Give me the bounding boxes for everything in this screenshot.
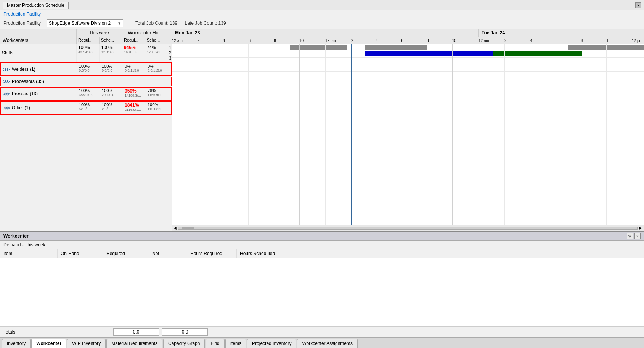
time-2-tue: 2 xyxy=(504,38,507,43)
close-button[interactable]: × xyxy=(635,2,641,8)
welders-extra xyxy=(169,63,172,75)
total-job-count: 139 xyxy=(170,21,177,26)
bottom-controls: ▽ × xyxy=(627,233,641,239)
main-content: This week Workcenter Ho... Workcenters R… xyxy=(0,29,644,348)
gantt-date-header: Mon Jan 23 Tue Jan 24 xyxy=(172,29,644,37)
tab-find[interactable]: Find xyxy=(206,339,224,348)
bar-green-1 xyxy=(493,51,582,56)
processors-expand-icon[interactable]: ⋙ xyxy=(3,79,10,84)
processors-label: Processors (35) xyxy=(12,79,44,84)
totals-hours-sched: 0.0 xyxy=(162,328,208,336)
col-required: Required xyxy=(103,249,149,258)
scroll-left-icon[interactable]: ◀ xyxy=(172,226,178,230)
presses-expand-icon[interactable]: ⋙ xyxy=(3,91,10,96)
gantt-date-tue: Tue Jan 24 xyxy=(479,29,644,37)
gantt-rows xyxy=(172,44,644,225)
job-counts: Total Job Count: 139 Late Job Count: 139 xyxy=(135,21,226,26)
processors-extra xyxy=(169,77,172,86)
shifts-wc-requi: 946% 16316.3/... xyxy=(122,44,145,62)
col-on-hand: On-Hand xyxy=(58,249,103,258)
time-2pm-mon: 2 xyxy=(351,38,353,43)
table-body xyxy=(0,258,644,326)
shifts-checkboxes: 1s✓ 2n✓ 3r✓ xyxy=(168,44,172,62)
bottom-minimize-button[interactable]: ▽ xyxy=(627,233,633,239)
window-title[interactable]: Master Production Schedule xyxy=(3,2,69,9)
shifts-row: Shifts 100% 407.9/0.0 100% 32.0/0.0 946% xyxy=(0,44,172,62)
presses-labour-sched: 100%29.1/0.0 xyxy=(100,88,123,100)
facility-dropdown[interactable]: ShopEdge Software Division 2 ▼ xyxy=(47,19,123,27)
processors-name-cell: ⋙ Processors (35) xyxy=(1,77,77,86)
gantt-scrollbar[interactable]: ◀ ▶ xyxy=(172,225,644,231)
tab-workcenter-assignments[interactable]: Workcenter Assignments xyxy=(297,339,358,348)
other-label: Other (1) xyxy=(12,105,30,110)
presses-label: Presses (13) xyxy=(12,91,38,96)
time-6pm-mon: 6 xyxy=(401,38,403,43)
welders-labour-sched: 100%0.0/0.0 xyxy=(100,63,123,75)
tab-items[interactable]: Items xyxy=(225,339,246,348)
shift2-label: 2n xyxy=(169,50,172,56)
bar-gray-3 xyxy=(568,45,644,50)
totals-label: Totals xyxy=(3,329,110,335)
time-8-mon: 8 xyxy=(274,38,276,43)
welders-expand-icon[interactable]: ⋙ xyxy=(3,67,10,72)
bottom-title: Workcenter xyxy=(3,233,29,239)
totals-hours-req: 0.0 xyxy=(113,328,159,336)
bar-blue-1 xyxy=(365,51,493,56)
time-4-tue: 4 xyxy=(530,38,532,43)
col-extra xyxy=(168,37,172,44)
totals-row: Totals 0.0 0.0 xyxy=(0,326,644,337)
welders-label: Welders (1) xyxy=(12,67,35,72)
scroll-track[interactable] xyxy=(178,227,638,230)
scroll-thumb[interactable] xyxy=(182,227,194,229)
facility-value: ShopEdge Software Division 2 xyxy=(49,21,111,26)
main-window: Master Production Schedule × Production … xyxy=(0,0,644,348)
this-week-header: This week xyxy=(77,29,122,37)
workcenters-header xyxy=(0,29,77,37)
time-12pr-tue: 12 pr xyxy=(632,38,641,43)
tabs-bar: Inventory Workcenter WIP Inventory Mater… xyxy=(0,337,644,348)
bottom-panel: Workcenter ▽ × Demand - This week Item O… xyxy=(0,231,644,337)
bottom-close-button[interactable]: × xyxy=(634,233,641,239)
labour-header: Workcenter Ho... xyxy=(122,29,168,37)
processors-col3 xyxy=(100,77,123,86)
other-wc-sched: 100%115.0/11... xyxy=(146,102,169,114)
time-10pm-mon: 10 xyxy=(452,38,456,43)
presses-extra xyxy=(169,88,172,100)
time-8-tue: 8 xyxy=(581,38,583,43)
gantt-time-header: 12 am 2 4 6 8 10 12 pm 2 4 6 8 10 12 am … xyxy=(172,37,644,44)
col-hours-scheduled: Hours Scheduled xyxy=(237,249,286,258)
other-expand-icon[interactable]: ⋙ xyxy=(3,105,10,110)
time-8pm-mon: 8 xyxy=(427,38,429,43)
facility-label: Production Facility xyxy=(3,21,41,26)
col-wc-requi: Requi... xyxy=(122,37,145,44)
time-4-mon: 4 xyxy=(223,38,225,43)
table-header: Item On-Hand Required Net Hours Required… xyxy=(0,249,644,258)
presses-name-cell: ⋙ Presses (13) xyxy=(1,88,77,100)
presses-wc-requi: 950%14199.3/... xyxy=(123,88,146,100)
tab-inventory[interactable]: Inventory xyxy=(2,339,31,348)
tab-material-requirements[interactable]: Material Requirements xyxy=(106,339,162,348)
processors-row: ⋙ Processors (35) xyxy=(0,77,172,86)
tab-projected-inventory[interactable]: Projected Inventory xyxy=(247,339,296,348)
shift1-label: 1s xyxy=(169,45,172,50)
scroll-right-icon[interactable]: ▶ xyxy=(638,226,644,230)
tab-capacity-graph[interactable]: Capacity Graph xyxy=(163,339,205,348)
gantt-presses-row xyxy=(172,81,644,95)
welders-row: ⋙ Welders (1) 100%0.0/0.0 100%0.0/0.0 0%… xyxy=(0,62,172,76)
gantt-area: This week Workcenter Ho... Workcenters R… xyxy=(0,29,644,231)
toolbar: Production Facility ShopEdge Software Di… xyxy=(0,18,644,29)
col-workcenters: Workcenters xyxy=(0,37,77,44)
other-name-cell: ⋙ Other (1) xyxy=(1,102,77,114)
rows-container: Shifts 100% 407.9/0.0 100% 32.0/0.0 946% xyxy=(0,44,172,231)
bar-gray-1 xyxy=(290,45,346,50)
tab-wip-inventory[interactable]: WIP Inventory xyxy=(67,339,106,348)
welders-wc-sched: 0%0.0/115.0 xyxy=(146,63,169,75)
tab-workcenter[interactable]: Workcenter xyxy=(31,339,66,348)
shifts-labour-requi: 100% 407.9/0.0 xyxy=(77,44,100,62)
col-wc-sched: Sche... xyxy=(145,37,168,44)
shifts-wc-sched: 74% 1280.9/1... xyxy=(145,44,168,62)
col-extra xyxy=(286,249,644,258)
processors-col2 xyxy=(77,77,100,86)
shifts-name-cell: Shifts xyxy=(0,44,77,62)
breadcrumb[interactable]: Production Facility xyxy=(0,10,644,18)
